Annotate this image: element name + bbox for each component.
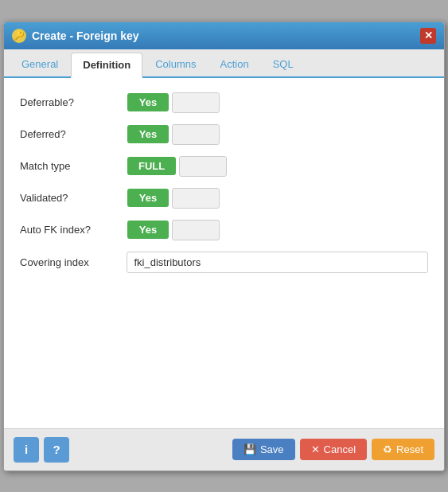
covering-index-row: Covering index [20, 252, 428, 273]
footer: i ? 💾 Save ✕ Cancel ♻ Reset [4, 428, 444, 471]
tab-general[interactable]: General [10, 53, 69, 76]
tab-content: Deferrable? Yes Deferred? Yes Match type… [4, 78, 444, 428]
cancel-icon: ✕ [311, 443, 320, 455]
deferrable-toggle[interactable]: Yes [127, 93, 169, 111]
validated-label: Validated? [20, 192, 127, 204]
deferrable-toggle-group: Yes [127, 92, 220, 113]
title-bar-left: 🔑 Create - Foreign key [12, 29, 139, 43]
match-type-placeholder [179, 156, 227, 177]
validated-row: Validated? Yes [20, 188, 428, 209]
save-icon: 💾 [243, 443, 256, 455]
tab-bar: General Definition Columns Action SQL [4, 49, 444, 78]
reset-icon: ♻ [383, 443, 392, 455]
help-button[interactable]: ? [44, 437, 69, 463]
title-bar: 🔑 Create - Foreign key ✕ [4, 22, 444, 49]
info-button[interactable]: i [14, 437, 39, 463]
deferred-placeholder [172, 124, 220, 145]
tab-action[interactable]: Action [208, 53, 259, 76]
deferrable-label: Deferrable? [20, 96, 127, 108]
footer-left: i ? [14, 437, 69, 463]
auto-fk-index-label: Auto FK index? [20, 224, 127, 236]
deferrable-placeholder [172, 92, 220, 113]
footer-right: 💾 Save ✕ Cancel ♻ Reset [232, 439, 434, 460]
tab-sql[interactable]: SQL [262, 53, 305, 76]
main-window: 🔑 Create - Foreign key ✕ General Definit… [3, 21, 445, 471]
auto-fk-index-row: Auto FK index? Yes [20, 220, 428, 240]
covering-index-label: Covering index [20, 256, 127, 268]
reset-label: Reset [396, 443, 423, 455]
cancel-button[interactable]: ✕ Cancel [300, 439, 367, 460]
window-icon: 🔑 [12, 29, 26, 43]
deferred-toggle-group: Yes [127, 124, 220, 145]
deferred-toggle[interactable]: Yes [127, 125, 169, 143]
close-button[interactable]: ✕ [420, 28, 436, 44]
match-type-row: Match type FULL [20, 156, 428, 177]
tab-columns[interactable]: Columns [144, 53, 207, 76]
validated-placeholder [172, 188, 220, 209]
deferrable-row: Deferrable? Yes [20, 92, 428, 113]
match-type-toggle[interactable]: FULL [127, 157, 176, 175]
validated-toggle-group: Yes [127, 188, 220, 209]
validated-toggle[interactable]: Yes [127, 189, 169, 207]
deferred-label: Deferred? [20, 128, 127, 140]
window-title: Create - Foreign key [32, 29, 139, 42]
auto-fk-index-placeholder [172, 220, 220, 240]
match-type-label: Match type [20, 160, 127, 172]
save-label: Save [260, 443, 284, 455]
auto-fk-index-toggle-group: Yes [127, 220, 220, 240]
deferred-row: Deferred? Yes [20, 124, 428, 145]
covering-index-input[interactable] [127, 252, 428, 273]
reset-button[interactable]: ♻ Reset [372, 439, 434, 460]
save-button[interactable]: 💾 Save [232, 439, 295, 460]
match-type-toggle-group: FULL [127, 156, 227, 177]
cancel-label: Cancel [324, 443, 356, 455]
auto-fk-index-toggle[interactable]: Yes [127, 221, 169, 239]
tab-definition[interactable]: Definition [71, 53, 142, 78]
